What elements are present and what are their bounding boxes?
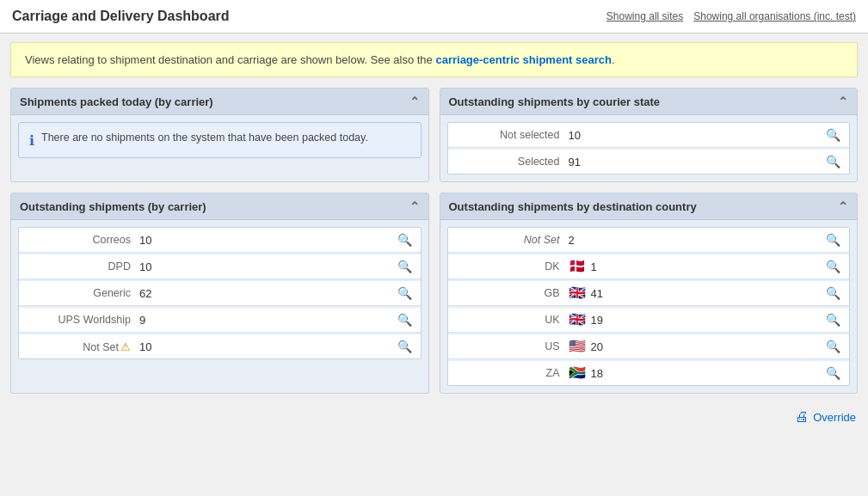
- row-value: 91: [569, 156, 827, 168]
- table-row: Generic62🔍: [19, 281, 421, 306]
- row-label: Generic: [28, 287, 139, 299]
- override-button[interactable]: 🖨 Override: [795, 409, 856, 425]
- row-value-wrapper: 🇿🇦18: [569, 366, 827, 380]
- panel-outstanding-carrier: Outstanding shipments (by carrier) ⌃ Cor…: [10, 193, 429, 394]
- flag-icon: 🇺🇸: [569, 340, 586, 352]
- row-value-text: 1: [591, 260, 597, 273]
- carriage-search-link[interactable]: carriage-centric shipment search: [435, 53, 611, 66]
- banner-text-after: .: [612, 53, 615, 66]
- panel-outstanding-courier: Outstanding shipments by courier state ⌃…: [440, 88, 859, 182]
- collapse-icon-today[interactable]: ⌃: [409, 95, 420, 108]
- search-icon[interactable]: 🔍: [826, 155, 840, 168]
- row-value-wrapper: 🇬🇧19: [569, 313, 827, 327]
- country-rows-container: Not Set2🔍DK🇩🇰1🔍GB🇬🇧41🔍UK🇬🇧19🔍US🇺🇸20🔍ZA🇿🇦…: [447, 227, 851, 386]
- row-value-text: 41: [591, 287, 603, 300]
- table-row: US🇺🇸20🔍: [448, 334, 850, 359]
- search-icon[interactable]: 🔍: [826, 313, 840, 327]
- panel-outstanding-courier-header: Outstanding shipments by courier state ⌃: [440, 89, 858, 115]
- panel-outstanding-country-header: Outstanding shipments by destination cou…: [440, 193, 858, 220]
- banner-text-before: Views relating to shipment destination a…: [25, 53, 435, 66]
- panel-shipments-today: Shipments packed today (by carrier) ⌃ ℹ …: [10, 88, 429, 182]
- search-icon[interactable]: 🔍: [826, 340, 840, 353]
- override-icon: 🖨: [795, 409, 809, 425]
- panel-outstanding-country-title: Outstanding shipments by destination cou…: [449, 200, 697, 213]
- search-icon[interactable]: 🔍: [826, 366, 840, 380]
- panel-outstanding-carrier-body: Correos10🔍DPD10🔍Generic62🔍UPS Worldship9…: [11, 220, 428, 366]
- panel-outstanding-courier-title: Outstanding shipments by courier state: [449, 95, 661, 108]
- collapse-icon-country[interactable]: ⌃: [838, 199, 848, 213]
- row-label: ZA: [457, 367, 569, 379]
- header-links: Showing all sites Showing all organisati…: [606, 10, 856, 22]
- row-value: 9: [139, 314, 397, 327]
- table-row: Not Set⚠10🔍: [19, 334, 421, 358]
- row-value: 10: [139, 340, 397, 353]
- row-value-text: 20: [591, 340, 603, 353]
- row-label: DPD: [28, 260, 139, 272]
- flag-icon: 🇬🇧: [569, 313, 586, 325]
- row-label: DK: [457, 260, 569, 272]
- panel-outstanding-courier-body: Not selected10🔍Selected91🔍: [440, 115, 858, 181]
- dashboard-grid: Shipments packed today (by carrier) ⌃ ℹ …: [10, 88, 858, 394]
- table-row: DK🇩🇰1🔍: [448, 254, 850, 279]
- panel-shipments-today-title: Shipments packed today (by carrier): [20, 95, 213, 108]
- search-icon[interactable]: 🔍: [397, 286, 412, 300]
- row-label: UK: [457, 314, 569, 326]
- showing-all-sites-link[interactable]: Showing all sites: [606, 10, 683, 22]
- table-row: ZA🇿🇦18🔍: [448, 361, 850, 385]
- row-label: Selected: [457, 156, 569, 168]
- panel-shipments-today-body: ℹ There are no shipments on the system t…: [11, 115, 428, 165]
- row-label: UPS Worldship: [28, 314, 139, 326]
- flag-icon: 🇬🇧: [569, 286, 586, 298]
- panel-outstanding-country: Outstanding shipments by destination cou…: [440, 193, 859, 394]
- page-title: Carriage and Delivery Dashboard: [12, 9, 230, 24]
- search-icon[interactable]: 🔍: [826, 286, 840, 300]
- search-icon[interactable]: 🔍: [397, 340, 412, 353]
- collapse-icon-courier[interactable]: ⌃: [838, 95, 848, 108]
- no-shipments-box: ℹ There are no shipments on the system t…: [18, 122, 422, 158]
- row-label: GB: [457, 287, 569, 299]
- search-icon[interactable]: 🔍: [397, 233, 412, 247]
- warning-icon: ⚠: [120, 340, 131, 353]
- info-icon: ℹ: [29, 132, 34, 149]
- search-icon[interactable]: 🔍: [397, 313, 412, 327]
- search-icon[interactable]: 🔍: [826, 233, 840, 247]
- no-shipments-text: There are no shipments on the system tha…: [41, 132, 368, 144]
- search-icon[interactable]: 🔍: [397, 260, 412, 273]
- courier-rows-container: Not selected10🔍Selected91🔍: [447, 122, 851, 175]
- row-label: Not Set: [457, 234, 569, 246]
- row-label: Not Set⚠: [28, 340, 139, 353]
- row-value-text: 19: [591, 314, 603, 327]
- table-row: DPD10🔍: [19, 254, 421, 279]
- search-icon[interactable]: 🔍: [826, 260, 840, 273]
- table-row: Selected91🔍: [448, 150, 850, 174]
- row-value-wrapper: 🇩🇰1: [569, 260, 827, 273]
- row-value-wrapper: 🇺🇸20: [569, 340, 827, 353]
- row-label: US: [457, 340, 569, 352]
- row-value-wrapper: 🇬🇧41: [569, 286, 827, 300]
- table-row: GB🇬🇧41🔍: [448, 281, 850, 306]
- table-row: Not selected10🔍: [448, 123, 850, 148]
- showing-all-orgs-link[interactable]: Showing all organisations (inc. test): [693, 10, 856, 22]
- row-value: 10: [139, 234, 397, 247]
- collapse-icon-carrier[interactable]: ⌃: [409, 199, 420, 213]
- panel-outstanding-country-body: Not Set2🔍DK🇩🇰1🔍GB🇬🇧41🔍UK🇬🇧19🔍US🇺🇸20🔍ZA🇿🇦…: [440, 220, 858, 393]
- row-value-wrapper: 2: [569, 234, 827, 247]
- row-value: 62: [139, 287, 397, 300]
- search-icon[interactable]: 🔍: [826, 128, 840, 142]
- row-value: 10: [139, 260, 397, 273]
- panel-shipments-today-header: Shipments packed today (by carrier) ⌃: [11, 89, 428, 115]
- table-row: Correos10🔍: [19, 228, 421, 253]
- row-label: Correos: [28, 234, 139, 246]
- carrier-rows-container: Correos10🔍DPD10🔍Generic62🔍UPS Worldship9…: [18, 227, 422, 359]
- info-banner: Views relating to shipment destination a…: [10, 42, 858, 77]
- page-header: Carriage and Delivery Dashboard Showing …: [0, 0, 868, 34]
- flag-icon: 🇩🇰: [569, 260, 586, 272]
- table-row: UK🇬🇧19🔍: [448, 308, 850, 333]
- table-row: Not Set2🔍: [448, 228, 850, 253]
- row-value-text: 18: [591, 367, 603, 380]
- table-row: UPS Worldship9🔍: [19, 308, 421, 333]
- panel-outstanding-carrier-header: Outstanding shipments (by carrier) ⌃: [11, 193, 428, 220]
- flag-icon: 🇿🇦: [569, 366, 586, 378]
- footer-bar: 🖨 Override: [0, 402, 868, 432]
- row-value-text: 2: [569, 234, 575, 247]
